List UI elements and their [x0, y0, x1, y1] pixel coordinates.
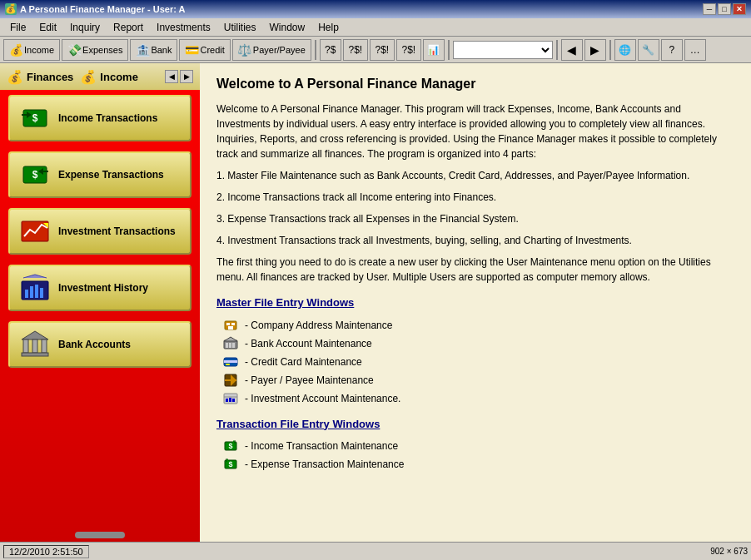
svg-text:$: $ [228, 460, 232, 468]
svg-rect-37 [226, 399, 228, 402]
window-title: A Personal Finance Manager - User: A [20, 4, 185, 14]
gear-icon[interactable]: 🔧 [638, 39, 659, 61]
bank-button[interactable]: 🏦 Bank [130, 39, 177, 61]
menu-investments[interactable]: Investments [150, 20, 217, 35]
content-body: Welcome to A Personal Finance Manager. T… [216, 102, 734, 472]
income-header-icon: 💰 [80, 69, 97, 85]
sidebar-controls: ◀ ▶ [165, 70, 193, 83]
part4: 4. Investment Transactions track all Inv… [216, 233, 734, 248]
svg-rect-19 [22, 353, 48, 356]
status-right: 751 × 560 [710, 547, 748, 556]
investment-account-maint-icon [223, 391, 238, 406]
income-icon: 💰 [9, 43, 22, 57]
svg-text:$: $ [32, 112, 38, 124]
payer-label: Payer/Payee [253, 45, 306, 55]
expenses-label: Expenses [82, 45, 122, 55]
sidebar-scrollbar[interactable] [75, 532, 125, 538]
extra-icon[interactable]: … [684, 39, 706, 61]
toolbar-separator-4 [609, 40, 611, 60]
expense-transactions-label: Expense Transactions [58, 169, 164, 181]
window-controls: ─ □ ✕ [703, 3, 746, 15]
content-title: Welcome to A Personal Finance Manager [216, 77, 734, 92]
svg-rect-30 [224, 360, 237, 363]
menu-file[interactable]: File [3, 20, 32, 35]
bank-account-maint-icon [223, 336, 238, 351]
maximize-button[interactable]: □ [718, 3, 731, 15]
svg-rect-11 [25, 290, 28, 298]
credit-button[interactable]: 💳 Credit [179, 39, 230, 61]
credit-label: Credit [200, 45, 224, 55]
svg-marker-25 [224, 337, 237, 341]
sidebar-finances-label: Finances [27, 71, 73, 83]
menu-help[interactable]: Help [311, 20, 346, 35]
master-file-title: Master File Entry Windows [216, 295, 734, 311]
expenses-button[interactable]: 💸 Expenses [62, 39, 128, 61]
sidebar-header-left: 💰 Finances 💰 Income [7, 69, 138, 85]
transaction-item-0: $ - Income Transaction Maintenance [216, 439, 734, 453]
toolbar-dropdown[interactable] [453, 41, 553, 59]
content-scroll[interactable]: Welcome to A Personal Finance Manager We… [200, 63, 751, 542]
sidebar-next-button[interactable]: ▶ [180, 70, 193, 83]
svg-rect-16 [23, 339, 28, 353]
income-button[interactable]: 💰 Income [3, 39, 60, 61]
sidebar-item-investment-transactions[interactable]: Investment Transactions [8, 208, 191, 255]
svg-rect-12 [30, 286, 33, 298]
sidebar-item-investment-history[interactable]: Investment History [8, 265, 191, 311]
part2: 2. Income Transactions track all Income … [216, 190, 734, 205]
nav-forward-button[interactable]: ▶ [584, 39, 606, 61]
menu-report[interactable]: Report [107, 20, 150, 35]
svg-text:$: $ [228, 442, 232, 450]
toolbar-sym3-button[interactable]: ?$! [370, 39, 395, 61]
svg-rect-28 [232, 343, 235, 348]
menu-utilities[interactable]: Utilities [217, 20, 263, 35]
title-bar: 💰 A Personal Finance Manager - User: A ─… [0, 0, 751, 18]
svg-marker-15 [22, 331, 48, 339]
payer-icon: ⚖️ [238, 43, 251, 57]
sidebar-item-bank-accounts[interactable]: Bank Accounts [8, 321, 191, 368]
svg-rect-38 [229, 398, 231, 402]
svg-rect-22 [231, 323, 235, 325]
investment-transactions-icon [20, 216, 50, 246]
master-item-1-label: - Bank Account Maintenance [245, 336, 372, 351]
toolbar-separator-3 [556, 40, 558, 60]
sidebar-prev-button[interactable]: ◀ [165, 70, 178, 83]
globe-icon[interactable]: 🌐 [614, 39, 636, 61]
expenses-icon: 💸 [67, 43, 81, 57]
action-text: The first thing you need to do is create… [216, 255, 734, 285]
menu-window[interactable]: Window [262, 20, 311, 35]
status-datetime: 12/2/2010 2:51:50 [3, 545, 89, 558]
master-item-0-label: - Company Address Maintenance [245, 318, 392, 333]
payer-payee-button[interactable]: ⚖️ Payer/Payee [232, 39, 311, 61]
master-item-3-label: - Payer / Payee Maintenance [245, 373, 374, 388]
svg-rect-31 [226, 364, 230, 365]
svg-rect-27 [229, 343, 231, 348]
toolbar-sym1-button[interactable]: ?$ [320, 39, 341, 61]
toolbar: 💰 Income 💸 Expenses 🏦 Bank 💳 Credit ⚖️ P… [0, 37, 751, 63]
sidebar-item-expense-transactions[interactable]: $ Expense Transactions [8, 151, 191, 198]
transaction-item-0-label: - Income Transaction Maintenance [245, 439, 398, 453]
minimize-button[interactable]: ─ [703, 3, 716, 15]
income-label: Income [24, 45, 54, 55]
master-item-1: - Bank Account Maintenance [216, 336, 734, 351]
toolbar-sym2-button[interactable]: ?$! [343, 39, 368, 61]
svg-rect-17 [32, 339, 37, 353]
svg-rect-23 [228, 326, 233, 330]
sidebar-item-income-transactions[interactable]: $ Income Transactions [8, 95, 191, 141]
master-item-0: - Company Address Maintenance [216, 318, 734, 333]
close-button[interactable]: ✕ [733, 3, 746, 15]
help-icon[interactable]: ? [661, 39, 683, 61]
nav-back-button[interactable]: ◀ [561, 39, 583, 61]
toolbar-chart-button[interactable]: 📊 [423, 39, 445, 61]
svg-rect-8 [22, 221, 48, 241]
svg-rect-26 [226, 343, 228, 348]
bank-icon: 🏦 [136, 43, 149, 57]
menu-edit[interactable]: Edit [32, 20, 63, 35]
menu-inquiry[interactable]: Inquiry [63, 20, 107, 35]
part1: 1. Master File Maintenance such as Bank … [216, 168, 734, 183]
content-area: Welcome to A Personal Finance Manager We… [200, 63, 751, 542]
toolbar-sym4-button[interactable]: ?$! [396, 39, 421, 61]
bank-accounts-icon [20, 330, 50, 359]
master-item-2: - Credit Card Maintenance [216, 354, 734, 369]
investment-transactions-label: Investment Transactions [58, 225, 176, 237]
expense-transactions-icon: $ [20, 160, 50, 190]
